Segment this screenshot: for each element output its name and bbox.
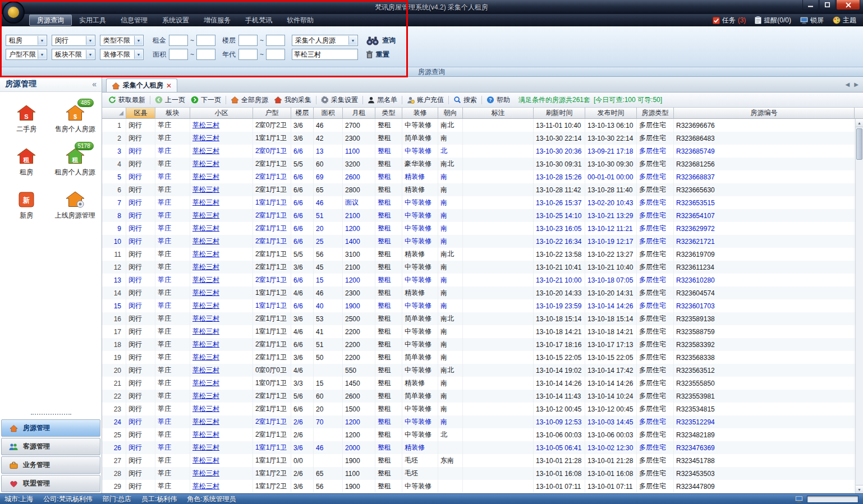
cell-community[interactable]: 莘松三村 bbox=[190, 338, 253, 351]
cell-community[interactable]: 莘松三村 bbox=[190, 364, 253, 377]
cell-community[interactable]: 莘松三村 bbox=[190, 222, 253, 235]
column-header-orientation[interactable]: 朝向 bbox=[438, 108, 463, 118]
maximize-button[interactable] bbox=[819, 0, 836, 10]
toolbar-collect-settings-gear-button[interactable]: 采集设置 bbox=[318, 94, 361, 106]
column-header-rent[interactable]: 月租 bbox=[343, 108, 375, 118]
toolbar-all-listings-house-button[interactable]: 全部房源 bbox=[228, 94, 271, 106]
table-row[interactable]: 15闵行莘庄莘松三村1室1厅1卫6/6401900整租中等装修南13-10-19… bbox=[102, 299, 855, 312]
select-all-corner[interactable] bbox=[102, 108, 126, 118]
area-max-input[interactable] bbox=[196, 49, 215, 60]
cell-community[interactable]: 莘松三村 bbox=[190, 274, 253, 286]
sidebar-nav-item[interactable]: 客源管理 bbox=[1, 438, 100, 455]
menu-item[interactable]: 手机梵讯 bbox=[238, 15, 279, 26]
collapse-sidebar-button[interactable]: « bbox=[92, 80, 97, 89]
cell-community[interactable]: 莘松三村 bbox=[190, 196, 253, 209]
menu-item[interactable]: 房源查询 bbox=[29, 15, 72, 26]
table-row[interactable]: 20闵行莘庄莘松三村0室0厅0卫4/6550整租中等装修南北13-10-14 1… bbox=[102, 364, 855, 377]
table-row[interactable]: 7闵行莘庄莘松三村1室1厅1卫6/646面议整租中等装修南13-10-26 15… bbox=[102, 196, 855, 209]
cell-community[interactable]: 莘松三村 bbox=[190, 261, 253, 274]
cell-community[interactable]: 莘松三村 bbox=[190, 119, 253, 132]
table-row[interactable]: 19闵行莘庄莘松三村2室1厅1卫3/6502200整租简单装修南13-10-15… bbox=[102, 351, 855, 364]
area-min-input[interactable] bbox=[169, 49, 188, 60]
column-header-area[interactable]: 面积 bbox=[314, 108, 343, 118]
block-select[interactable]: 板块不限▼ bbox=[52, 49, 95, 60]
column-header-district[interactable]: 区县 bbox=[126, 108, 155, 118]
cell-community[interactable]: 莘松三村 bbox=[190, 170, 253, 183]
cell-community[interactable]: 莘松三村 bbox=[190, 415, 253, 428]
table-row[interactable]: 9闵行莘庄莘松三村2室1厅1卫6/6201200整租中等装修南13-10-23 … bbox=[102, 222, 855, 235]
table-row[interactable]: 13闵行莘庄莘松三村2室1厅1卫6/6151200整租中等装修南13-10-21… bbox=[102, 274, 855, 286]
keyword-input[interactable] bbox=[292, 49, 358, 60]
tab-collect-personal-rental[interactable]: 采集个人租房 ✕ bbox=[106, 78, 177, 92]
cell-community[interactable]: 莘松三村 bbox=[190, 312, 253, 325]
sidebar-nav-item[interactable]: 联盟管理 bbox=[1, 475, 100, 492]
year-max-input[interactable] bbox=[266, 49, 285, 60]
menu-item[interactable]: 信息管理 bbox=[113, 15, 155, 26]
column-header-property-type[interactable]: 房源类型 bbox=[637, 108, 674, 118]
column-header-type[interactable]: 类型 bbox=[375, 108, 402, 118]
floor-max-input[interactable] bbox=[266, 35, 285, 46]
toolbar-next-page-button[interactable]: 下一页 bbox=[188, 94, 224, 106]
column-header-note[interactable]: 标注 bbox=[463, 108, 534, 118]
column-header-community[interactable]: 小区 bbox=[190, 108, 253, 118]
column-header-publish-time[interactable]: 发布时间 bbox=[585, 108, 637, 118]
decoration-select[interactable]: 装修不限▼ bbox=[100, 49, 144, 60]
table-row[interactable]: 4闵行莘庄莘松三村2室1厅1卫5/5603200整租豪华装修南北13-10-30… bbox=[102, 158, 855, 170]
cell-community[interactable]: 莘松三村 bbox=[190, 351, 253, 364]
cell-community[interactable]: 莘松三村 bbox=[190, 132, 253, 145]
cell-community[interactable]: 莘松三村 bbox=[190, 403, 253, 415]
column-header-layout[interactable]: 户型 bbox=[253, 108, 291, 118]
cell-community[interactable]: 莘松三村 bbox=[190, 390, 253, 403]
table-row[interactable]: 28闵行莘庄莘松三村1室1厅2卫2/6651100整租毛坯13-10-01 16… bbox=[102, 467, 855, 480]
table-row[interactable]: 3闵行莘庄莘松三村2室0厅1卫6/6131100整租中等装修北13-10-30 … bbox=[102, 145, 855, 158]
cell-community[interactable]: 莘松三村 bbox=[190, 158, 253, 170]
cell-community[interactable]: 莘松三村 bbox=[190, 467, 253, 480]
reset-button[interactable]: 重置 bbox=[366, 50, 389, 59]
column-header-block[interactable]: 板块 bbox=[155, 108, 190, 118]
toolbar-recharge-person-button[interactable]: 账户充值 bbox=[404, 94, 447, 106]
table-row[interactable]: 2闵行莘庄莘松三村1室1厅1卫3/6422300整租简单装修南13-10-30 … bbox=[102, 132, 855, 145]
menu-item[interactable]: 系统设置 bbox=[155, 15, 196, 26]
menu-item[interactable]: 增值服务 bbox=[196, 15, 238, 26]
table-row[interactable]: 26闵行莘庄莘松三村1室1厅1卫3/6462000整租精装修13-10-05 0… bbox=[102, 441, 855, 454]
tab-scroll-left-icon[interactable]: ◀ bbox=[846, 81, 850, 87]
query-button[interactable]: 查询 bbox=[366, 36, 396, 45]
cell-community[interactable]: 莘松三村 bbox=[190, 286, 253, 299]
column-header-listing-id[interactable]: 房源编号 bbox=[674, 108, 855, 118]
rent-min-input[interactable] bbox=[169, 35, 188, 46]
column-header-refresh-time[interactable]: 刷新时间 bbox=[534, 108, 585, 118]
cell-community[interactable]: 莘松三村 bbox=[190, 480, 253, 493]
sidebar-nav-item[interactable]: 业务管理 bbox=[1, 456, 100, 474]
table-row[interactable]: 25闵行莘庄莘松三村2室1厅1卫2/61200整租中等装修北13-10-06 0… bbox=[102, 428, 855, 441]
listing-type-select[interactable]: 租房▼ bbox=[6, 35, 47, 46]
cell-community[interactable]: 莘松三村 bbox=[190, 248, 253, 261]
rent-max-input[interactable] bbox=[196, 35, 215, 46]
cell-community[interactable]: 莘松三村 bbox=[190, 377, 253, 390]
cell-community[interactable]: 莘松三村 bbox=[190, 299, 253, 312]
toolbar-search-button[interactable]: 搜索 bbox=[451, 94, 480, 106]
tab-scroll-right-icon[interactable]: ▶ bbox=[854, 81, 859, 87]
table-row[interactable]: 10闵行莘庄莘松三村2室1厅1卫6/6251400整租中等装修南13-10-22… bbox=[102, 235, 855, 248]
collect-source-select[interactable]: 采集个人房源▼ bbox=[292, 35, 358, 46]
table-row[interactable]: 22闵行莘庄莘松三村2室1厅1卫5/6602600整租简单装修南13-10-14… bbox=[102, 390, 855, 403]
cell-community[interactable]: 莘松三村 bbox=[190, 325, 253, 338]
sidebar-nav-item[interactable]: 房源管理 bbox=[1, 419, 100, 437]
toolbar-my-collect-house-button[interactable]: 我的采集 bbox=[271, 94, 314, 106]
cell-community[interactable]: 莘松三村 bbox=[190, 428, 253, 441]
cell-community[interactable]: 莘松三村 bbox=[190, 454, 253, 467]
scrollbar-thumb[interactable] bbox=[856, 128, 862, 160]
table-row[interactable]: 16闵行莘庄莘松三村2室1厅1卫3/6532500整租简单装修南北13-10-1… bbox=[102, 312, 855, 325]
table-row[interactable]: 8闵行莘庄莘松三村2室1厅1卫6/6512100整租中等装修南13-10-25 … bbox=[102, 209, 855, 222]
table-row[interactable]: 11闵行莘庄莘松三村2室1厅1卫5/5563100整租精装修南北13-10-22… bbox=[102, 248, 855, 261]
menu-utility-item[interactable]: 提醒(0/0) bbox=[755, 16, 791, 25]
menu-item[interactable]: 软件帮助 bbox=[279, 15, 321, 26]
table-row[interactable]: 27闵行莘庄莘松三村1室1厅1卫0/01900整租毛坯东南13-10-01 21… bbox=[102, 454, 855, 467]
shortcut-house-new[interactable]: 新新房 bbox=[2, 191, 51, 220]
table-row[interactable]: 6闵行莘庄莘松三村2室1厅1卫6/6652800整租精装修南13-10-28 1… bbox=[102, 183, 855, 196]
floor-min-input[interactable] bbox=[238, 35, 258, 46]
tab-close-icon[interactable]: ✕ bbox=[166, 82, 172, 90]
toolbar-refresh-button[interactable]: 获取最新 bbox=[105, 94, 148, 106]
table-row[interactable]: 21闵行莘庄莘松三村1室0厅1卫3/3151450整租精装修南13-10-14 … bbox=[102, 377, 855, 390]
scroll-up-icon[interactable]: ▲ bbox=[856, 119, 863, 127]
table-row[interactable]: 14闵行莘庄莘松三村1室1厅1卫4/6462300整租精装修南13-10-20 … bbox=[102, 286, 855, 299]
